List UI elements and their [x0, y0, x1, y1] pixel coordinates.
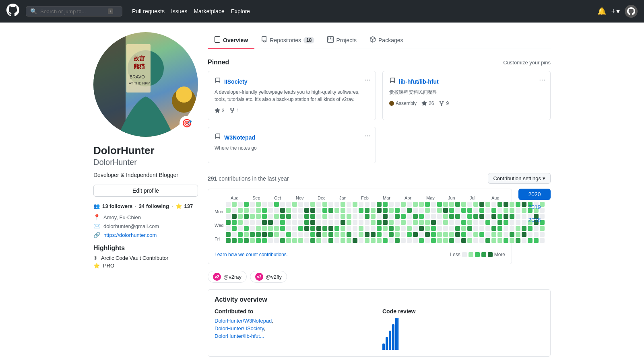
graph-cell[interactable]: [395, 226, 400, 231]
graph-cell[interactable]: [316, 232, 321, 237]
graph-cell[interactable]: [298, 232, 303, 237]
graph-cell[interactable]: [322, 208, 327, 213]
graph-cell[interactable]: [437, 232, 442, 237]
graph-cell[interactable]: [244, 232, 249, 237]
graph-cell[interactable]: [401, 220, 406, 225]
graph-cell[interactable]: [274, 202, 279, 207]
graph-cell[interactable]: [292, 232, 297, 237]
graph-cell[interactable]: [250, 202, 255, 207]
graph-cell[interactable]: [443, 238, 448, 243]
graph-cell[interactable]: [328, 226, 333, 231]
graph-cell[interactable]: [377, 220, 382, 225]
graph-cell[interactable]: [304, 232, 309, 237]
graph-cell[interactable]: [310, 220, 315, 225]
graph-cell[interactable]: [292, 208, 297, 213]
graph-cell[interactable]: [304, 238, 309, 243]
graph-cell[interactable]: [491, 220, 496, 225]
tab-projects[interactable]: Projects: [321, 32, 363, 49]
pin-card-menu-3[interactable]: ⋯: [364, 132, 371, 140]
graph-cell[interactable]: [292, 214, 297, 219]
graph-cell[interactable]: [238, 226, 243, 231]
graph-cell[interactable]: [395, 214, 400, 219]
graph-cell[interactable]: [359, 232, 363, 237]
graph-cell[interactable]: [244, 208, 249, 213]
graph-cell[interactable]: [359, 202, 363, 207]
learn-contributions-link[interactable]: Learn how we count contributions.: [215, 252, 288, 257]
followers-link[interactable]: 13 followers: [102, 203, 132, 209]
graph-cell[interactable]: [510, 220, 514, 225]
graph-cell[interactable]: [407, 214, 412, 219]
graph-cell[interactable]: [401, 208, 406, 213]
graph-cell[interactable]: [431, 226, 436, 231]
graph-cell[interactable]: [365, 226, 369, 231]
graph-cell[interactable]: [479, 232, 484, 237]
graph-cell[interactable]: [461, 220, 466, 225]
graph-cell[interactable]: [268, 214, 273, 219]
graph-cell[interactable]: [304, 226, 309, 231]
org-v2fly[interactable]: v2 @v2fly: [250, 271, 287, 283]
graph-cell[interactable]: [280, 208, 285, 213]
graph-cell[interactable]: [310, 232, 315, 237]
graph-cell[interactable]: [280, 238, 285, 243]
graph-cell[interactable]: [455, 208, 460, 213]
graph-cell[interactable]: [510, 208, 514, 213]
graph-cell[interactable]: [322, 220, 327, 225]
graph-cell[interactable]: [467, 226, 472, 231]
graph-cell[interactable]: [341, 220, 345, 225]
graph-cell[interactable]: [461, 232, 466, 237]
graph-cell[interactable]: [371, 202, 376, 207]
graph-cell[interactable]: [280, 220, 285, 225]
graph-cell[interactable]: [383, 226, 388, 231]
graph-cell[interactable]: [383, 214, 388, 219]
graph-cell[interactable]: [425, 220, 430, 225]
graph-cell[interactable]: [479, 208, 484, 213]
graph-cell[interactable]: [298, 214, 303, 219]
graph-cell[interactable]: [479, 220, 484, 225]
contrib-link-w3notepad[interactable]: DolorHunter/W3Notepad: [215, 318, 272, 324]
graph-cell[interactable]: [504, 226, 508, 231]
graph-cell[interactable]: [256, 238, 261, 243]
graph-cell[interactable]: [449, 214, 454, 219]
graph-cell[interactable]: [310, 202, 315, 207]
graph-cell[interactable]: [437, 226, 442, 231]
graph-cell[interactable]: [425, 208, 430, 213]
graph-cell[interactable]: [256, 208, 261, 213]
graph-cell[interactable]: [371, 208, 376, 213]
graph-cell[interactable]: [322, 214, 327, 219]
graph-cell[interactable]: [377, 232, 382, 237]
graph-cell[interactable]: [473, 238, 478, 243]
graph-cell[interactable]: [359, 238, 363, 243]
graph-cell[interactable]: [473, 226, 478, 231]
graph-cell[interactable]: [504, 220, 508, 225]
graph-cell[interactable]: [292, 220, 297, 225]
graph-cell[interactable]: [298, 226, 303, 231]
graph-cell[interactable]: [268, 220, 273, 225]
graph-cell[interactable]: [389, 238, 394, 243]
graph-cell[interactable]: [365, 238, 369, 243]
graph-cell[interactable]: [437, 214, 442, 219]
graph-cell[interactable]: [250, 214, 255, 219]
graph-cell[interactable]: [359, 208, 363, 213]
graph-cell[interactable]: [377, 202, 382, 207]
graph-cell[interactable]: [419, 238, 424, 243]
graph-cell[interactable]: [401, 202, 406, 207]
graph-cell[interactable]: [268, 238, 273, 243]
graph-cell[interactable]: [365, 202, 369, 207]
graph-cell[interactable]: [232, 214, 237, 219]
graph-cell[interactable]: [226, 214, 231, 219]
graph-cell[interactable]: [413, 220, 418, 225]
graph-cell[interactable]: [413, 208, 418, 213]
graph-cell[interactable]: [347, 214, 351, 219]
graph-cell[interactable]: [377, 238, 382, 243]
graph-cell[interactable]: [510, 232, 514, 237]
nav-explore[interactable]: Explore: [231, 8, 250, 14]
graph-cell[interactable]: [413, 202, 418, 207]
graph-cell[interactable]: [425, 214, 430, 219]
graph-cell[interactable]: [280, 232, 285, 237]
org-v2ray[interactable]: v2 @v2ray: [208, 271, 247, 283]
graph-cell[interactable]: [268, 232, 273, 237]
graph-cell[interactable]: [280, 226, 285, 231]
nav-pull-requests[interactable]: Pull requests: [132, 8, 165, 14]
graph-cell[interactable]: [226, 208, 231, 213]
graph-cell[interactable]: [262, 238, 267, 243]
